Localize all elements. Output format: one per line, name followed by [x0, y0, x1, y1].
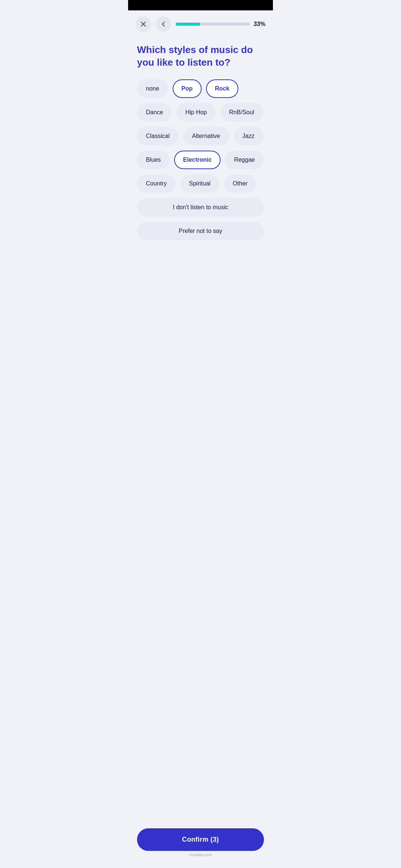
back-button[interactable] — [156, 16, 171, 32]
chip-hiphop[interactable]: Hip Hop — [176, 103, 216, 122]
chips-row-6: I don't listen to music — [137, 198, 264, 217]
chip-spiritual[interactable]: Spiritual — [180, 174, 219, 193]
chips-row-7: Prefer not to say — [137, 222, 264, 240]
progress-container: 33% — [176, 21, 265, 27]
chip-rnbsoul[interactable]: RnB/Soul — [220, 103, 263, 122]
chip-other[interactable]: Other — [224, 174, 257, 193]
chips-row-1: none Pop Rock — [137, 79, 264, 98]
chip-pop[interactable]: Pop — [173, 79, 202, 98]
chips-row-4: Blues Electronic Reggae — [137, 151, 264, 169]
chip-alternative[interactable]: Alternative — [183, 127, 229, 145]
chip-reggae[interactable]: Reggae — [225, 151, 264, 169]
chips-row-5: Country Spiritual Other — [137, 174, 264, 193]
chip-no-music[interactable]: I don't listen to music — [137, 198, 264, 217]
header: 33% — [128, 10, 273, 36]
progress-bar-background — [176, 23, 250, 26]
chips-row-3: Classical Alternative Jazz — [137, 127, 264, 145]
question-title: Which styles of music do you like to lis… — [137, 44, 264, 69]
chip-blues[interactable]: Blues — [137, 151, 170, 169]
chip-country[interactable]: Country — [137, 174, 176, 193]
progress-label: 33% — [254, 21, 265, 27]
progress-bar-fill — [176, 23, 200, 26]
chip-prefer-not[interactable]: Prefer not to say — [137, 222, 264, 240]
chips-row-2: Dance Hip Hop RnB/Soul — [137, 103, 264, 122]
chip-electronic[interactable]: Electronic — [174, 151, 221, 169]
chip-classical[interactable]: Classical — [137, 127, 179, 145]
content-area: Which styles of music do you like to lis… — [128, 36, 273, 285]
chip-dance[interactable]: Dance — [137, 103, 172, 122]
chip-jazz[interactable]: Jazz — [234, 127, 264, 145]
chip-none[interactable]: none — [137, 79, 168, 98]
status-bar — [128, 0, 273, 10]
close-button[interactable] — [136, 16, 151, 32]
chips-area: none Pop Rock Dance Hip Hop RnB/Soul Cla… — [137, 79, 264, 240]
chip-rock[interactable]: Rock — [206, 79, 238, 98]
